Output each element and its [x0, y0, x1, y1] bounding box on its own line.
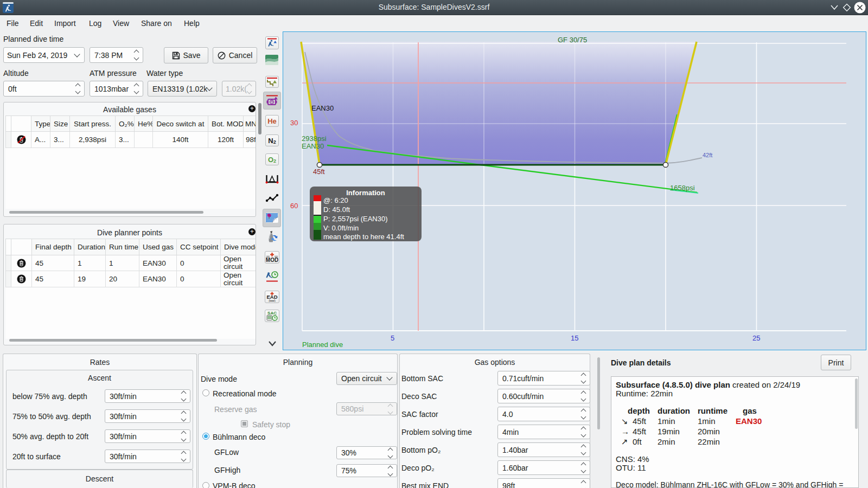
- svg-text:(•••): (•••): [269, 299, 275, 303]
- svg-text:Information: Information: [346, 189, 385, 197]
- svg-text:mean depth to here 41.4ft: mean depth to here 41.4ft: [323, 233, 404, 241]
- svg-text:25: 25: [752, 334, 760, 342]
- svg-text:P: 2,557psi (EAN30): P: 2,557psi (EAN30): [323, 215, 388, 223]
- svg-text:42ft: 42ft: [703, 152, 712, 158]
- svg-text:1658psi: 1658psi: [670, 184, 695, 192]
- svg-text:MOD: MOD: [266, 257, 278, 263]
- svg-text:SAC: SAC: [267, 311, 277, 316]
- svg-text:EAN30: EAN30: [302, 142, 324, 150]
- svg-text:60: 60: [290, 202, 298, 210]
- svg-text:2938psi: 2938psi: [302, 134, 327, 143]
- svg-text:15: 15: [571, 334, 578, 342]
- svg-text:45ft: 45ft: [313, 168, 325, 176]
- svg-text:Planned dive: Planned dive: [302, 341, 343, 349]
- svg-text:D: 45.0ft: D: 45.0ft: [323, 206, 350, 214]
- svg-text:EAN30: EAN30: [311, 104, 334, 112]
- svg-text:@: 6:20: @: 6:20: [323, 196, 348, 204]
- svg-text:5: 5: [391, 334, 394, 342]
- svg-text:30: 30: [290, 119, 298, 127]
- svg-text:GF 30/75: GF 30/75: [558, 36, 587, 44]
- svg-text:V: 0.0ft/min: V: 0.0ft/min: [323, 224, 359, 232]
